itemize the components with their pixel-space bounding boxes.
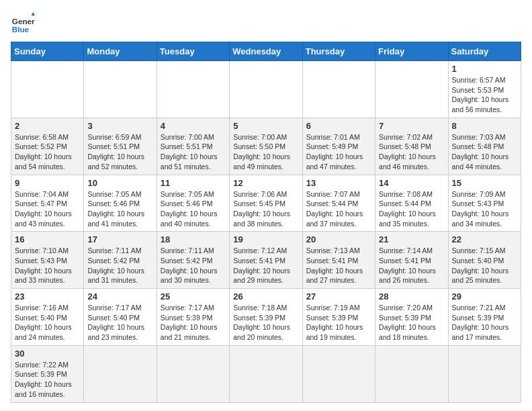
day-number: 16 (15, 234, 80, 244)
day-number: 10 (87, 178, 152, 188)
day-number: 22 (452, 234, 517, 244)
weekday-header: Monday (84, 42, 157, 61)
day-info: Sunrise: 6:58 AM Sunset: 5:52 PM Dayligh… (15, 132, 80, 172)
day-number: 26 (233, 291, 298, 302)
calendar-cell: 13Sunrise: 7:07 AM Sunset: 5:44 PM Dayli… (302, 175, 375, 232)
svg-text:Blue: Blue (12, 25, 30, 34)
calendar-cell: 12Sunrise: 7:06 AM Sunset: 5:45 PM Dayli… (230, 175, 302, 232)
calendar-cell: 11Sunrise: 7:05 AM Sunset: 5:46 PM Dayli… (157, 175, 229, 232)
calendar-cell: 17Sunrise: 7:11 AM Sunset: 5:42 PM Dayli… (84, 232, 157, 289)
day-number: 19 (233, 234, 298, 244)
logo: General Blue (11, 11, 35, 35)
day-info: Sunrise: 7:11 AM Sunset: 5:42 PM Dayligh… (87, 246, 152, 285)
calendar-cell (84, 345, 157, 402)
day-info: Sunrise: 7:14 AM Sunset: 5:41 PM Dayligh… (379, 246, 444, 285)
day-info: Sunrise: 7:16 AM Sunset: 5:40 PM Dayligh… (15, 303, 80, 342)
weekday-header: Thursday (302, 42, 375, 61)
day-number: 23 (15, 291, 80, 302)
calendar: SundayMondayTuesdayWednesdayThursdayFrid… (11, 42, 521, 403)
day-number: 20 (306, 234, 371, 244)
day-number: 21 (379, 234, 444, 244)
weekday-header: Sunday (11, 42, 84, 61)
calendar-cell (302, 61, 375, 118)
day-number: 15 (452, 178, 517, 188)
day-info: Sunrise: 6:59 AM Sunset: 5:51 PM Dayligh… (87, 132, 152, 172)
page-header: General Blue (11, 11, 521, 35)
day-info: Sunrise: 7:05 AM Sunset: 5:46 PM Dayligh… (161, 189, 226, 229)
day-number: 17 (87, 234, 152, 244)
calendar-cell: 6Sunrise: 7:01 AM Sunset: 5:49 PM Daylig… (302, 118, 375, 175)
calendar-cell: 8Sunrise: 7:03 AM Sunset: 5:48 PM Daylig… (448, 118, 521, 175)
calendar-cell: 19Sunrise: 7:12 AM Sunset: 5:41 PM Dayli… (230, 232, 302, 289)
calendar-cell: 14Sunrise: 7:08 AM Sunset: 5:44 PM Dayli… (375, 175, 448, 232)
day-info: Sunrise: 7:02 AM Sunset: 5:48 PM Dayligh… (379, 132, 444, 172)
day-info: Sunrise: 7:20 AM Sunset: 5:39 PM Dayligh… (379, 303, 444, 342)
calendar-cell: 9Sunrise: 7:04 AM Sunset: 5:47 PM Daylig… (11, 175, 84, 232)
calendar-cell: 24Sunrise: 7:17 AM Sunset: 5:40 PM Dayli… (84, 289, 157, 346)
weekday-header: Saturday (448, 42, 521, 61)
calendar-cell (375, 345, 448, 402)
day-number: 28 (379, 291, 444, 302)
calendar-cell: 30Sunrise: 7:22 AM Sunset: 5:39 PM Dayli… (11, 345, 84, 402)
calendar-cell: 22Sunrise: 7:15 AM Sunset: 5:40 PM Dayli… (448, 232, 521, 289)
day-info: Sunrise: 7:03 AM Sunset: 5:48 PM Dayligh… (452, 132, 517, 172)
day-info: Sunrise: 7:01 AM Sunset: 5:49 PM Dayligh… (306, 132, 371, 172)
calendar-cell (230, 61, 302, 118)
calendar-cell: 29Sunrise: 7:21 AM Sunset: 5:39 PM Dayli… (448, 289, 521, 346)
calendar-cell: 23Sunrise: 7:16 AM Sunset: 5:40 PM Dayli… (11, 289, 84, 346)
calendar-cell: 3Sunrise: 6:59 AM Sunset: 5:51 PM Daylig… (84, 118, 157, 175)
day-info: Sunrise: 7:08 AM Sunset: 5:44 PM Dayligh… (379, 189, 444, 229)
day-number: 18 (161, 234, 226, 244)
calendar-cell (230, 345, 302, 402)
day-number: 29 (452, 291, 517, 302)
calendar-cell: 4Sunrise: 7:00 AM Sunset: 5:51 PM Daylig… (157, 118, 229, 175)
day-number: 8 (452, 121, 517, 131)
calendar-cell: 5Sunrise: 7:00 AM Sunset: 5:50 PM Daylig… (230, 118, 302, 175)
day-info: Sunrise: 7:00 AM Sunset: 5:51 PM Dayligh… (161, 132, 226, 172)
day-info: Sunrise: 7:07 AM Sunset: 5:44 PM Dayligh… (306, 189, 371, 229)
calendar-cell (84, 61, 157, 118)
calendar-cell: 2Sunrise: 6:58 AM Sunset: 5:52 PM Daylig… (11, 118, 84, 175)
day-number: 24 (87, 291, 152, 302)
day-info: Sunrise: 7:21 AM Sunset: 5:39 PM Dayligh… (452, 303, 517, 342)
day-info: Sunrise: 7:04 AM Sunset: 5:47 PM Dayligh… (15, 189, 80, 229)
day-number: 11 (161, 178, 226, 188)
calendar-cell: 20Sunrise: 7:13 AM Sunset: 5:41 PM Dayli… (302, 232, 375, 289)
day-number: 13 (306, 178, 371, 188)
day-info: Sunrise: 7:11 AM Sunset: 5:42 PM Dayligh… (161, 246, 226, 285)
day-info: Sunrise: 7:05 AM Sunset: 5:46 PM Dayligh… (87, 189, 152, 229)
day-info: Sunrise: 7:15 AM Sunset: 5:40 PM Dayligh… (452, 246, 517, 285)
day-info: Sunrise: 6:57 AM Sunset: 5:53 PM Dayligh… (452, 75, 517, 115)
day-info: Sunrise: 7:18 AM Sunset: 5:39 PM Dayligh… (233, 303, 298, 342)
svg-marker-2 (32, 12, 35, 15)
day-number: 1 (452, 64, 517, 74)
day-info: Sunrise: 7:10 AM Sunset: 5:43 PM Dayligh… (15, 246, 80, 285)
day-info: Sunrise: 7:22 AM Sunset: 5:39 PM Dayligh… (15, 360, 80, 400)
calendar-cell: 16Sunrise: 7:10 AM Sunset: 5:43 PM Dayli… (11, 232, 84, 289)
day-number: 9 (15, 178, 80, 188)
day-number: 14 (379, 178, 444, 188)
day-number: 6 (306, 121, 371, 131)
day-info: Sunrise: 7:13 AM Sunset: 5:41 PM Dayligh… (306, 246, 371, 285)
calendar-cell (448, 345, 521, 402)
day-number: 30 (15, 349, 80, 359)
calendar-cell (11, 61, 84, 118)
day-number: 25 (161, 291, 226, 302)
calendar-cell: 21Sunrise: 7:14 AM Sunset: 5:41 PM Dayli… (375, 232, 448, 289)
calendar-cell: 10Sunrise: 7:05 AM Sunset: 5:46 PM Dayli… (84, 175, 157, 232)
day-info: Sunrise: 7:17 AM Sunset: 5:39 PM Dayligh… (161, 303, 226, 342)
calendar-cell: 27Sunrise: 7:19 AM Sunset: 5:39 PM Dayli… (302, 289, 375, 346)
day-number: 7 (379, 121, 444, 131)
calendar-cell: 1Sunrise: 6:57 AM Sunset: 5:53 PM Daylig… (448, 61, 521, 118)
weekday-header: Tuesday (157, 42, 229, 61)
day-info: Sunrise: 7:17 AM Sunset: 5:40 PM Dayligh… (87, 303, 152, 342)
calendar-cell: 18Sunrise: 7:11 AM Sunset: 5:42 PM Dayli… (157, 232, 229, 289)
calendar-cell: 15Sunrise: 7:09 AM Sunset: 5:43 PM Dayli… (448, 175, 521, 232)
calendar-cell: 26Sunrise: 7:18 AM Sunset: 5:39 PM Dayli… (230, 289, 302, 346)
day-number: 2 (15, 121, 80, 131)
day-info: Sunrise: 7:06 AM Sunset: 5:45 PM Dayligh… (233, 189, 298, 229)
calendar-cell: 25Sunrise: 7:17 AM Sunset: 5:39 PM Dayli… (157, 289, 229, 346)
calendar-header: SundayMondayTuesdayWednesdayThursdayFrid… (11, 42, 521, 61)
weekday-header: Friday (375, 42, 448, 61)
day-number: 4 (161, 121, 226, 131)
